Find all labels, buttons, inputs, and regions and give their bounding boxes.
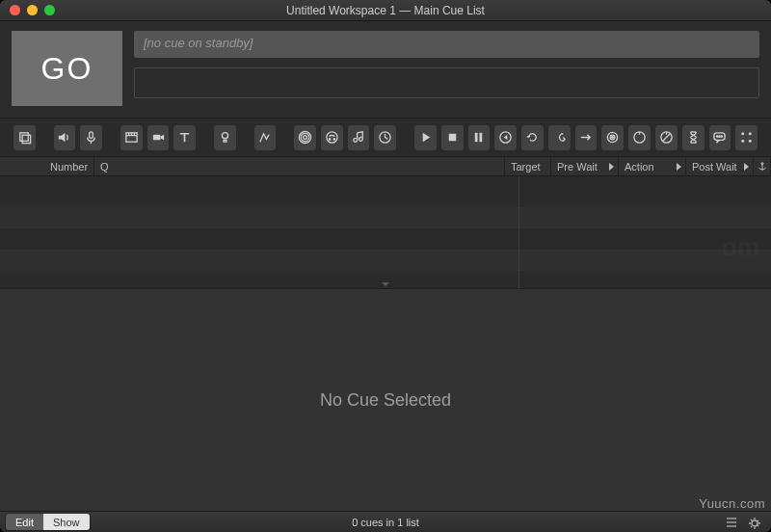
mic-cue-button[interactable] xyxy=(80,125,102,150)
watermark-faint: om xyxy=(722,232,759,262)
list-divider xyxy=(518,176,519,288)
svg-rect-19 xyxy=(480,133,483,142)
mode-segmented-control: Edit Show xyxy=(6,514,90,530)
anchor-icon xyxy=(758,162,767,172)
reset-cue-button[interactable] xyxy=(521,125,544,150)
stop-cue-button[interactable] xyxy=(441,125,464,150)
show-mode-button[interactable]: Show xyxy=(43,514,90,530)
standby-display: [no cue on standby] xyxy=(134,31,759,58)
header-right: [no cue on standby] xyxy=(134,31,759,106)
cue-list[interactable]: om xyxy=(0,176,771,288)
script-cue-button[interactable] xyxy=(735,125,758,150)
col-prewait-label: Pre Wait xyxy=(557,161,598,173)
svg-point-34 xyxy=(749,132,752,135)
light-cue-button[interactable] xyxy=(214,125,236,150)
fade-cue-button[interactable] xyxy=(254,125,277,150)
group-cue-button[interactable] xyxy=(13,125,36,150)
app-window: Untitled Workspace 1 — Main Cue List GO … xyxy=(0,0,771,532)
midi-cue-button[interactable] xyxy=(321,125,343,150)
list-row-stripe xyxy=(0,207,771,228)
svg-point-13 xyxy=(327,132,337,143)
svg-point-11 xyxy=(301,133,308,141)
col-number[interactable]: Number xyxy=(44,157,94,175)
arm-cue-button[interactable] xyxy=(628,125,651,150)
col-postwait-label: Post Wait xyxy=(692,161,737,173)
target-cue-button[interactable] xyxy=(601,125,624,150)
chevron-right-icon xyxy=(744,163,749,171)
col-action-label: Action xyxy=(625,161,654,173)
svg-rect-2 xyxy=(90,132,93,139)
pause-cue-button[interactable] xyxy=(468,125,491,150)
svg-rect-8 xyxy=(152,135,160,141)
col-autofollow[interactable] xyxy=(754,157,771,175)
disarm-cue-button[interactable] xyxy=(655,125,678,150)
chevron-right-icon xyxy=(609,163,614,171)
load-cue-button[interactable] xyxy=(494,125,517,150)
devamp-cue-button[interactable] xyxy=(548,125,571,150)
go-button[interactable]: GO xyxy=(12,31,122,106)
svg-rect-18 xyxy=(475,133,478,142)
footer-bar: Edit Show 0 cues in 1 list xyxy=(0,511,771,532)
svg-point-31 xyxy=(719,136,721,138)
cue-toolbar xyxy=(0,119,771,157)
close-window-button[interactable] xyxy=(10,5,20,15)
minimize-window-button[interactable] xyxy=(27,5,38,15)
svg-point-33 xyxy=(741,132,744,135)
audio-cue-button[interactable] xyxy=(54,125,76,150)
start-cue-button[interactable] xyxy=(414,125,437,150)
col-q[interactable]: Q xyxy=(94,157,505,175)
svg-point-36 xyxy=(749,140,752,143)
window-title: Untitled Workspace 1 — Main Cue List xyxy=(0,4,771,17)
chevron-right-icon xyxy=(677,163,681,171)
inspector-pane: No Cue Selected xyxy=(0,288,771,511)
svg-point-23 xyxy=(612,137,614,139)
svg-rect-0 xyxy=(20,133,28,141)
goto-cue-button[interactable] xyxy=(575,125,598,150)
list-row-stripe xyxy=(0,250,771,271)
zoom-window-button[interactable] xyxy=(44,5,55,15)
settings-gear-icon[interactable] xyxy=(748,516,761,529)
col-prewait[interactable]: Pre Wait xyxy=(551,157,619,175)
network-cue-button[interactable] xyxy=(294,125,316,150)
timecode-cue-button[interactable] xyxy=(374,125,396,150)
text-cue-button[interactable] xyxy=(173,125,196,150)
svg-rect-1 xyxy=(22,135,30,143)
svg-point-40 xyxy=(752,520,758,526)
svg-point-10 xyxy=(304,136,307,140)
column-headers: Number Q Target Pre Wait Action Post Wai… xyxy=(0,157,771,176)
svg-point-15 xyxy=(333,139,335,141)
memo-cue-button[interactable] xyxy=(709,125,731,150)
list-view-icon[interactable] xyxy=(725,516,738,529)
inspector-empty-label: No Cue Selected xyxy=(320,390,451,411)
resize-handle-icon[interactable] xyxy=(382,282,389,286)
col-postwait[interactable]: Post Wait xyxy=(686,157,754,175)
traffic-lights xyxy=(0,5,55,15)
header-area: GO [no cue on standby] xyxy=(0,21,771,119)
midifile-cue-button[interactable] xyxy=(348,125,370,150)
col-action[interactable]: Action xyxy=(619,157,686,175)
svg-point-14 xyxy=(329,139,331,141)
edit-mode-button[interactable]: Edit xyxy=(6,514,43,530)
camera-cue-button[interactable] xyxy=(147,125,170,150)
svg-line-28 xyxy=(663,134,671,142)
svg-point-30 xyxy=(717,136,719,138)
video-cue-button[interactable] xyxy=(120,125,143,150)
footer-status: 0 cues in 1 list xyxy=(0,517,771,528)
svg-point-35 xyxy=(741,140,744,143)
col-target[interactable]: Target xyxy=(505,157,551,175)
cue-name-input[interactable] xyxy=(134,67,759,98)
svg-point-9 xyxy=(222,133,227,139)
svg-rect-17 xyxy=(448,134,456,142)
wait-cue-button[interactable] xyxy=(682,125,705,150)
svg-point-32 xyxy=(722,136,724,138)
titlebar: Untitled Workspace 1 — Main Cue List xyxy=(0,0,771,21)
